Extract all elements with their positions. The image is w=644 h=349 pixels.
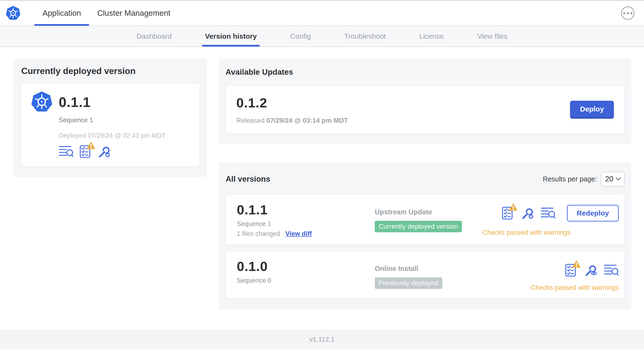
row-sequence: Sequence 0: [237, 277, 375, 284]
preflight-checks-warning-icon[interactable]: [565, 264, 578, 277]
config-icon[interactable]: [98, 145, 111, 158]
warning-triangle-icon: [509, 203, 518, 211]
currently-deployed-card: Currently deployed version 0.1.1 Sequenc…: [13, 58, 207, 177]
kubernetes-logo-icon: [6, 1, 20, 25]
tab-license[interactable]: License: [416, 26, 446, 46]
warning-triangle-icon: [86, 141, 96, 150]
results-per-page-select[interactable]: 20: [601, 172, 625, 186]
app-subnav: Dashboard Version history Config Trouble…: [0, 26, 644, 47]
version-source-label: Upstream Update: [375, 208, 482, 216]
tab-config[interactable]: Config: [288, 26, 314, 46]
view-diff-link[interactable]: View diff: [286, 230, 312, 238]
redeploy-button[interactable]: Redeploy: [567, 205, 619, 222]
preflight-checks-warning-icon[interactable]: [502, 207, 514, 220]
tab-application[interactable]: Application: [34, 1, 89, 25]
update-released-timestamp: Released 07/29/24 @ 03:14 pm MDT: [236, 117, 348, 124]
release-notes-icon[interactable]: [541, 207, 556, 220]
release-notes-icon[interactable]: [59, 145, 74, 158]
preflight-checks-warning-icon[interactable]: [79, 145, 92, 158]
kubernetes-logo-icon: [31, 91, 52, 113]
preflight-result-link[interactable]: Checks passed with warnings: [482, 229, 570, 236]
version-source-label: Online Install: [375, 265, 530, 272]
release-notes-icon[interactable]: [604, 264, 619, 277]
results-per-page-label: Results per page:: [543, 175, 597, 183]
row-version-number: 0.1.0: [237, 258, 375, 274]
tab-view-files[interactable]: View files: [474, 26, 510, 46]
status-badge: Currently deployed version: [375, 221, 462, 232]
deployed-version-detail: 0.1.1 Sequence 1 Deployed 07/29/24 @ 02:…: [21, 83, 200, 166]
config-icon[interactable]: [521, 207, 534, 220]
chevron-down-icon: [616, 177, 621, 181]
view-config-icon[interactable]: [584, 264, 597, 277]
console-version: v1.112.1: [309, 336, 334, 343]
main-content: Currently deployed version 0.1.1 Sequenc…: [0, 47, 644, 310]
deployed-sequence: Sequence 1: [59, 116, 190, 124]
warning-triangle-icon: [572, 260, 581, 268]
row-version-number: 0.1.1: [237, 202, 375, 218]
currently-deployed-title: Currently deployed version: [21, 66, 200, 76]
tab-cluster-management[interactable]: Cluster Management: [89, 1, 178, 25]
all-versions-card: All versions Results per page: 20 0.1.1 …: [219, 162, 631, 310]
tab-dashboard[interactable]: Dashboard: [134, 26, 174, 46]
tab-troubleshoot[interactable]: Troubleshoot: [341, 26, 388, 46]
tab-version-history[interactable]: Version history: [202, 26, 260, 46]
deployed-version-number: 0.1.1: [59, 94, 91, 110]
files-changed-label: 1 files changed: [237, 230, 280, 238]
version-row-0-1-1: 0.1.1 Sequence 1 1 files changed View di…: [226, 194, 625, 245]
app-header: Application Cluster Management: [0, 0, 644, 26]
deploy-button[interactable]: Deploy: [570, 101, 614, 119]
version-row-0-1-0: 0.1.0 Sequence 0 Online Install Previous…: [226, 251, 625, 299]
app-footer: v1.112.1: [0, 330, 644, 349]
update-row: 0.1.2 Released 07/29/24 @ 03:14 pm MDT D…: [226, 86, 625, 134]
status-badge: Previously deployed: [375, 278, 442, 289]
available-updates-card: Available Updates 0.1.2 Released 07/29/2…: [219, 58, 631, 144]
all-versions-title: All versions: [226, 174, 270, 184]
ellipsis-menu-icon[interactable]: [621, 6, 634, 20]
update-version-number: 0.1.2: [236, 95, 348, 110]
row-sequence: Sequence 1: [237, 220, 375, 228]
deployed-timestamp: Deployed 07/29/24 @ 02:43 pm MDT: [59, 132, 190, 140]
available-updates-title: Available Updates: [226, 68, 625, 77]
preflight-result-link[interactable]: Checks passed with warnings: [530, 284, 619, 292]
